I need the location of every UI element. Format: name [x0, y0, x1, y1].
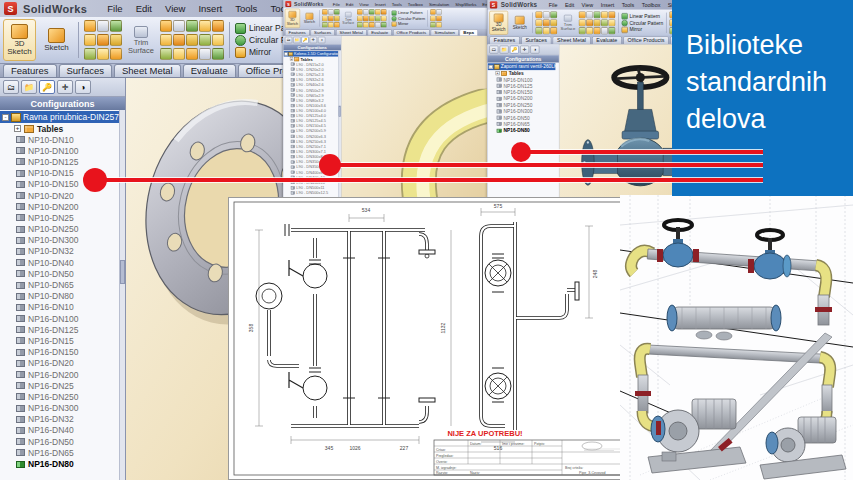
configuration-item[interactable]: NP10-DN20 [0, 190, 125, 201]
menu-item[interactable]: Insert [601, 2, 615, 8]
featuremanager-tab-icon[interactable]: 🗂 [3, 80, 19, 94]
toolbar-icon[interactable] [199, 20, 211, 32]
toolbar-icon[interactable] [84, 34, 96, 46]
commandmanager-tab[interactable]: Bepa [460, 29, 478, 35]
trim-surface-button[interactable]: Trim Surface [126, 19, 156, 61]
commandmanager-tab[interactable]: Office Products [393, 29, 430, 35]
toolbar-icon[interactable] [369, 15, 375, 21]
toolbar-icon[interactable] [186, 20, 198, 32]
configuration-root-item[interactable]: - Ravna prirubnica-DIN257 [0, 111, 119, 123]
toolbar-icon[interactable] [436, 15, 442, 21]
toolbar-icon[interactable] [199, 34, 211, 46]
toolbar-icon[interactable] [375, 22, 381, 28]
toolbar-icon[interactable] [608, 27, 615, 34]
toolbar-icon[interactable] [110, 48, 122, 60]
toolbar-icon[interactable] [212, 20, 224, 32]
configurationmanager-tab-icon[interactable]: 🔑 [510, 46, 519, 54]
commandmanager-tab[interactable]: Office Products [623, 36, 669, 43]
toolbar-icon[interactable] [550, 27, 557, 34]
configuration-item[interactable]: NP16-DN250 [0, 391, 125, 402]
toolbar-icon[interactable] [357, 22, 363, 28]
configuration-item[interactable]: NP10-DN80 [0, 291, 125, 302]
toolbar-icon[interactable] [84, 48, 96, 60]
toolbar-icon[interactable] [363, 22, 369, 28]
menu-item[interactable]: File [107, 3, 122, 14]
displaymanager-tab-icon[interactable]: ◑ [75, 80, 91, 94]
toolbar-icon[interactable] [550, 11, 557, 18]
dimxpert-tab-icon[interactable]: ✛ [310, 37, 317, 43]
menu-item[interactable]: File [333, 1, 340, 6]
configuration-item[interactable]: NP16-DN125 [0, 324, 125, 335]
configuration-item[interactable]: NP16-DN200 [0, 369, 125, 380]
displaymanager-tab-icon[interactable]: ◑ [530, 46, 539, 54]
expander-icon[interactable]: - [489, 65, 493, 69]
featuremanager-tab-icon[interactable]: 🗂 [285, 37, 292, 43]
toolbar-icon[interactable] [375, 15, 381, 21]
toolbar-icon[interactable] [543, 19, 550, 26]
expander-icon[interactable]: + [14, 125, 21, 132]
mirror-button[interactable]: Mirror [392, 21, 426, 26]
commandmanager-tab[interactable]: Surfaces [310, 29, 335, 35]
toolbar-icon[interactable] [328, 9, 334, 15]
configuration-item[interactable]: NP10-DN100 [0, 145, 125, 156]
toolbar-icon[interactable] [97, 34, 109, 46]
menu-item[interactable]: Tools [392, 1, 402, 6]
toolbar-icon[interactable] [608, 11, 615, 18]
toolbar-icon[interactable] [334, 22, 340, 28]
menu-item[interactable]: View [582, 2, 594, 8]
configuration-root-item[interactable]: - Zaporni ravni ventil-260LK [488, 63, 556, 70]
menu-item[interactable]: Toolbox [642, 2, 661, 8]
toolbar-icon[interactable] [160, 48, 172, 60]
toolbar-icon[interactable] [363, 9, 369, 15]
toolbar-icon[interactable] [535, 19, 542, 26]
configuration-item[interactable]: NP10-DN200 [0, 201, 125, 212]
configuration-item[interactable]: NP16-DN150 [0, 347, 125, 358]
3d-sketch-button[interactable]: 3DSketch [489, 11, 508, 35]
configuration-item[interactable]: NP10-DN10 [0, 134, 125, 145]
toolbar-icon[interactable] [594, 19, 601, 26]
configuration-item[interactable]: NP16-DN15 [0, 335, 125, 346]
configuration-item[interactable]: NP10-DN32 [0, 246, 125, 257]
configuration-item[interactable]: NP16-DN80 [0, 458, 125, 469]
configuration-item[interactable]: NP10-DN50 [0, 268, 125, 279]
commandmanager-tab[interactable]: Evaluate [368, 29, 392, 35]
configuration-item[interactable]: L90 - DN500x12.5 [283, 190, 341, 195]
toolbar-icon[interactable] [381, 15, 387, 21]
commandmanager-tab[interactable]: Simulation [431, 29, 459, 35]
dimxpert-tab-icon[interactable]: ✛ [57, 80, 73, 94]
configuration-item[interactable]: NP16-DN65 [0, 447, 125, 458]
expander-icon[interactable]: - [2, 114, 9, 121]
menu-item[interactable]: Insert [375, 1, 386, 6]
commandmanager-tab[interactable]: Evaluate [183, 64, 236, 77]
menu-item[interactable]: Edit [565, 2, 574, 8]
toolbar-icon[interactable] [369, 9, 375, 15]
configuration-item[interactable]: NP16-DN300 [0, 403, 125, 414]
tree-scrollbar[interactable] [119, 110, 125, 480]
toolbar-icon[interactable] [543, 27, 550, 34]
trim-surface-button[interactable]: Trim Surface [341, 9, 355, 28]
toolbar-icon[interactable] [586, 11, 593, 18]
configuration-item[interactable]: NP10-DN125 [0, 156, 125, 167]
toolbar-icon[interactable] [322, 15, 328, 21]
toolbar-icon[interactable] [363, 15, 369, 21]
sketch-button[interactable]: Sketch [302, 9, 317, 28]
toolbar-icon[interactable] [381, 22, 387, 28]
propertymanager-tab-icon[interactable]: 📁 [21, 80, 37, 94]
featuremanager-tab-icon[interactable]: 🗂 [489, 46, 498, 54]
toolbar-icon[interactable] [173, 20, 185, 32]
toolbar-icon[interactable] [328, 15, 334, 21]
sketch-button[interactable]: Sketch [510, 11, 529, 35]
toolbar-icon[interactable] [608, 19, 615, 26]
trim-surface-button[interactable]: Trim Surface [559, 11, 576, 35]
configuration-item[interactable]: NP16-DN10 [0, 302, 125, 313]
configuration-root-item[interactable]: - Koleno-1.5D Configuratio [283, 51, 338, 57]
commandmanager-tab[interactable]: Features [285, 29, 310, 35]
toolbar-icon[interactable] [535, 27, 542, 34]
toolbar-icon[interactable] [322, 22, 328, 28]
configuration-item[interactable]: NP10-DN300 [0, 235, 125, 246]
toolbar-icon[interactable] [586, 27, 593, 34]
toolbar-icon[interactable] [110, 34, 122, 46]
toolbar-icon[interactable] [212, 48, 224, 60]
circular-pattern-button[interactable]: Circular Pattern [622, 20, 664, 26]
toolbar-icon[interactable] [334, 9, 340, 15]
